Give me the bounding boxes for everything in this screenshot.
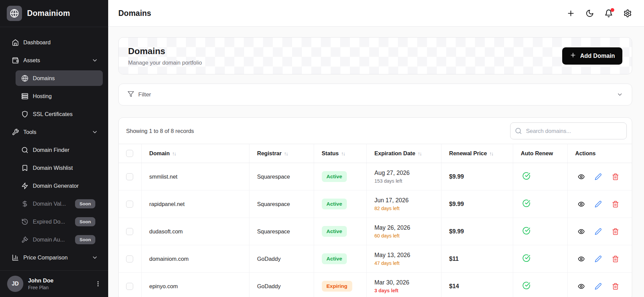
column-header-domain[interactable]: Domain↑↓ xyxy=(141,144,249,163)
moon-icon xyxy=(586,9,594,18)
view-button[interactable] xyxy=(578,173,585,180)
delete-button[interactable] xyxy=(612,201,619,208)
sidebar-item-domain-wishlist[interactable]: Domain Wishlist xyxy=(16,160,103,176)
plus-icon xyxy=(567,9,575,18)
sort-icon: ↑↓ xyxy=(418,151,422,156)
sidebar-item-label: Price Comparison xyxy=(23,254,68,261)
edit-button[interactable] xyxy=(595,228,602,235)
delete-button[interactable] xyxy=(612,228,619,235)
status-badge: Expiring xyxy=(322,281,352,292)
expiration-date: Jun 17, 2026 xyxy=(375,197,441,204)
auto-renew-check-icon xyxy=(522,172,530,180)
add-domain-button[interactable]: Add Domain xyxy=(562,47,622,65)
sidebar-item-label: Domain Au... xyxy=(33,236,65,243)
chevron-down-icon xyxy=(617,91,623,98)
settings-button[interactable] xyxy=(623,9,632,18)
status-badge: Active xyxy=(322,226,347,237)
chevron-down-icon xyxy=(92,129,98,135)
delete-button[interactable] xyxy=(612,255,619,262)
sidebar-item-price-comparison[interactable]: Price Comparison xyxy=(5,250,103,265)
days-left: 3 days left xyxy=(375,288,441,293)
sidebar-item-label: Domain Finder xyxy=(33,147,69,153)
column-header-renewal-price[interactable]: Renewal Price↑↓ xyxy=(441,144,513,163)
dollar-icon xyxy=(21,200,28,207)
sort-icon: ↑↓ xyxy=(284,151,288,156)
row-checkbox[interactable] xyxy=(126,201,133,208)
sidebar-item-assets[interactable]: Assets xyxy=(5,52,103,68)
wrench-icon xyxy=(12,129,19,136)
view-button[interactable] xyxy=(578,255,585,262)
column-header-status[interactable]: Status↑↓ xyxy=(314,144,366,163)
chevron-down-icon xyxy=(92,57,98,64)
content: Domains Manage your domain portfolio Add… xyxy=(108,27,644,297)
bookmark-icon xyxy=(21,164,28,172)
registrar-cell: Squarespace xyxy=(249,163,314,190)
delete-button[interactable] xyxy=(612,173,619,180)
edit-button[interactable] xyxy=(595,201,602,208)
delete-button[interactable] xyxy=(612,283,619,290)
sidebar-item-label: SSL Certificates xyxy=(33,111,73,117)
registrar-cell: Squarespace xyxy=(249,218,314,245)
renewal-price: $11 xyxy=(449,255,459,262)
shield-icon xyxy=(21,111,28,118)
theme-toggle-button[interactable] xyxy=(586,9,594,18)
hero-subtitle: Manage your domain portfolio xyxy=(128,60,202,66)
edit-button[interactable] xyxy=(595,173,602,180)
page-title: Domains xyxy=(118,9,151,18)
notifications-button[interactable] xyxy=(604,9,613,18)
column-header-expiration-date[interactable]: Expiration Date↑↓ xyxy=(366,144,441,163)
edit-button[interactable] xyxy=(595,283,602,290)
expiration-date: May 13, 2026 xyxy=(375,252,441,259)
sidebar-item-hosting[interactable]: Hosting xyxy=(16,88,103,104)
edit-button[interactable] xyxy=(595,255,602,262)
chevron-down-icon xyxy=(92,254,98,261)
view-button[interactable] xyxy=(578,201,585,208)
expiration-date: May 26, 2026 xyxy=(375,224,441,231)
user-section[interactable]: JD John Doe Free Plan xyxy=(0,270,108,297)
auto-renew-check-icon xyxy=(522,199,530,207)
row-checkbox[interactable] xyxy=(126,283,133,290)
sort-icon: ↑↓ xyxy=(341,151,345,156)
user-plan: Free Plan xyxy=(28,285,53,290)
row-checkbox[interactable] xyxy=(126,228,133,235)
registrar-cell: GoDaddy xyxy=(249,273,314,297)
add-button[interactable] xyxy=(567,9,575,18)
sort-icon: ↑↓ xyxy=(489,151,493,156)
row-checkbox[interactable] xyxy=(126,255,133,262)
sidebar-item-ssl-certificates[interactable]: SSL Certificates xyxy=(16,106,103,122)
status-badge: Active xyxy=(322,171,347,182)
gavel-icon xyxy=(21,236,28,243)
view-button[interactable] xyxy=(578,283,585,290)
sidebar-item-label: Expired Do... xyxy=(33,219,65,225)
sidebar-item-expired-domains: Expired Do...Soon xyxy=(16,214,103,229)
days-left: 153 days left xyxy=(375,178,441,184)
status-badge: Active xyxy=(322,253,347,264)
hero-title: Domains xyxy=(128,46,202,56)
filter-bar[interactable]: Filter xyxy=(118,84,632,106)
soon-badge: Soon xyxy=(75,199,95,208)
sidebar-item-label: Domain Generator xyxy=(33,183,79,189)
sidebar-item-domains[interactable]: Domains xyxy=(16,70,103,86)
sidebar-item-domain-generator[interactable]: Domain Generator xyxy=(16,178,103,193)
domains-table: Domain↑↓Registrar↑↓Status↑↓Expiration Da… xyxy=(119,144,632,297)
server-icon xyxy=(21,93,28,100)
user-menu-button[interactable] xyxy=(95,280,101,287)
search-domains-input[interactable] xyxy=(510,122,627,139)
app-name: Domainiom xyxy=(27,9,70,18)
sidebar-item-label: Domain Wishlist xyxy=(33,165,73,171)
sidebar-item-dashboard[interactable]: Dashboard xyxy=(5,35,103,50)
sidebar-item-tools[interactable]: Tools xyxy=(5,124,103,140)
sidebar-item-domain-finder[interactable]: Domain Finder xyxy=(16,142,103,158)
hero-card: Domains Manage your domain portfolio Add… xyxy=(118,37,632,74)
column-header-registrar[interactable]: Registrar↑↓ xyxy=(249,144,314,163)
registrar-cell: GoDaddy xyxy=(249,245,314,273)
view-button[interactable] xyxy=(578,228,585,235)
select-all-checkbox[interactable] xyxy=(126,150,133,157)
row-checkbox[interactable] xyxy=(126,173,133,180)
bolt-icon xyxy=(21,182,28,189)
wallet-icon xyxy=(12,57,19,64)
table-row: epinyo.com GoDaddy Expiring Mar 30, 2026… xyxy=(119,273,632,297)
records-summary: Showing 1 to 8 of 8 records xyxy=(126,128,194,134)
topbar-actions xyxy=(567,9,632,18)
user-name: John Doe xyxy=(28,277,53,284)
